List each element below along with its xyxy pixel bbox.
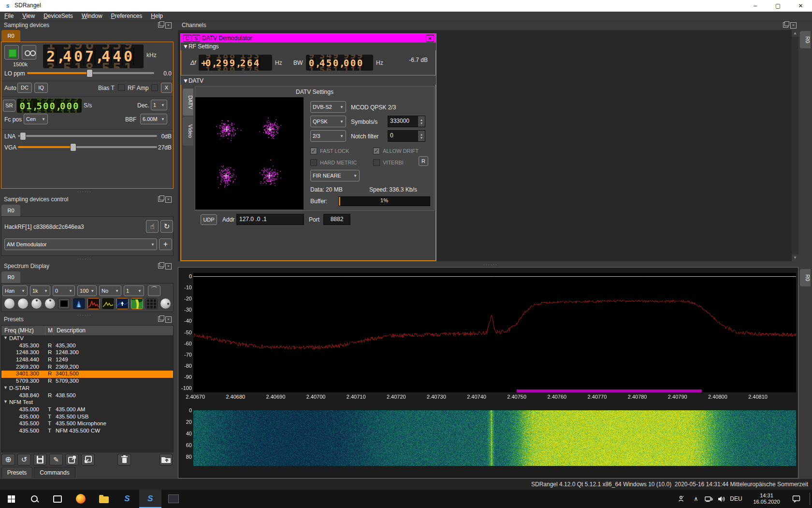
preset-edit-button[interactable]: ✎	[49, 454, 63, 465]
people-tray-icon[interactable]	[675, 490, 688, 508]
bbf-select[interactable]: 6.00M▼	[140, 114, 167, 124]
viterbi-checkbox[interactable]	[373, 159, 380, 166]
preset-import-button[interactable]	[81, 454, 95, 465]
preset-load-button[interactable]	[160, 454, 173, 465]
preset-row[interactable]: 1248.440R1249	[1, 357, 173, 364]
preset-row[interactable]: 5709.300R5709,300	[1, 378, 173, 385]
port-input[interactable]: 8882	[323, 214, 350, 225]
preset-export-button[interactable]	[65, 454, 79, 465]
symbols-spinbox[interactable]: 333000 ▲▼	[388, 116, 425, 127]
waterfall-view-button[interactable]	[131, 298, 143, 309]
taskbar-app-blue[interactable]: S	[116, 490, 138, 508]
spin-arrows-icon[interactable]: ▲▼	[418, 131, 425, 141]
start-button[interactable]	[0, 490, 22, 508]
undock-icon[interactable]	[158, 196, 163, 202]
center-frequency-dial[interactable]: 2,407,440	[43, 45, 144, 68]
dial-digit[interactable]: 0	[73, 48, 84, 65]
waterfall-display[interactable]	[193, 410, 796, 466]
keyboard-language[interactable]: DEU	[728, 490, 744, 508]
dial-digit[interactable]: 2	[45, 48, 57, 65]
lo-ppm-slider-thumb[interactable]	[87, 69, 93, 77]
preset-row[interactable]: 438.840R438.500	[1, 392, 173, 400]
menu-item-devicesets[interactable]: DeviceSets	[39, 12, 77, 20]
dial-digit[interactable]: 9	[222, 58, 229, 68]
col-mode[interactable]: M	[48, 327, 53, 334]
dial-digit[interactable]: 4	[62, 48, 73, 65]
dial-digit[interactable]: 0	[60, 101, 67, 111]
spectrum-setting-select-3[interactable]: 100▼	[77, 285, 97, 296]
dial-digit[interactable]: 0	[357, 58, 363, 68]
dial-digit[interactable]: 2	[240, 58, 246, 68]
bias-t-checkbox[interactable]	[118, 84, 125, 91]
color-scheme-button[interactable]	[58, 298, 70, 309]
channels-tab-r0[interactable]: R0	[800, 31, 811, 48]
sample-rate-dial[interactable]: 01,500,000	[17, 99, 82, 113]
preset-row[interactable]: 435.500TNFM 435.500 CW	[1, 428, 173, 435]
dial-digit[interactable]: 4	[319, 58, 326, 68]
ref-level-knob[interactable]	[4, 299, 14, 309]
dial-digit[interactable]: 5	[326, 58, 333, 68]
dial-digit[interactable]: 0	[123, 48, 134, 65]
col-freq[interactable]: Freq (MHz)	[4, 327, 34, 334]
channels-scrollbar[interactable]: ▲ ▼	[792, 30, 798, 261]
taskbar-firefox[interactable]	[70, 490, 92, 508]
spectrum-setting-select-4[interactable]: No▼	[99, 285, 121, 296]
lo-ppm-slider[interactable]	[27, 68, 154, 78]
close-button[interactable]: ✕	[789, 0, 812, 12]
vga-slider[interactable]	[18, 142, 157, 152]
menu-item-file[interactable]: File	[0, 12, 18, 20]
preset-save-button[interactable]	[33, 454, 47, 465]
range-knob[interactable]	[18, 299, 28, 309]
close-panel-icon[interactable]: ×	[790, 22, 797, 29]
channel-frequency-marker[interactable]	[517, 389, 701, 392]
iq-button[interactable]: IQ	[34, 83, 48, 93]
scroll-up-icon[interactable]: ▲	[792, 30, 798, 37]
undock-icon[interactable]	[783, 22, 788, 28]
taskbar-explorer[interactable]	[93, 490, 115, 508]
video-tab[interactable]: Video	[183, 117, 193, 146]
taskbar-sdrangel-active[interactable]: S	[139, 490, 161, 508]
dial-digit[interactable]: 0	[308, 58, 315, 68]
grid-intensity-button[interactable]	[73, 298, 85, 309]
channel-settings-button[interactable]: S	[192, 35, 200, 42]
scroll-down-icon[interactable]: ▼	[792, 254, 798, 261]
preset-group-row[interactable]: ▼D-STAR	[1, 385, 173, 392]
show-desktop-strip[interactable]	[810, 493, 810, 505]
preset-new-button[interactable]: ⊕	[1, 454, 15, 465]
tab-commands[interactable]: Commands	[34, 467, 75, 478]
volume-tray-icon[interactable]	[714, 490, 728, 508]
preset-row[interactable]: 2369.200R2369,200	[1, 364, 173, 371]
preset-row[interactable]: 435.500T435.500 Microphone	[1, 420, 173, 428]
bw-dial[interactable]: 0,450,000	[306, 55, 373, 71]
dial-digit[interactable]: 7	[84, 48, 95, 65]
record-button[interactable]	[22, 45, 36, 60]
notch-spinbox[interactable]: 0 ▲▼	[388, 130, 425, 142]
spectrum-display-tab-r0[interactable]: R0	[1, 271, 20, 283]
preset-row[interactable]: 435.300R435,300	[1, 343, 173, 350]
udp-button[interactable]: UDP	[201, 214, 217, 225]
sampling-device-tab-r0[interactable]: R0	[1, 30, 20, 42]
decimation-select[interactable]: 1▼	[151, 100, 167, 110]
col-description[interactable]: Description	[57, 327, 86, 334]
dial-digit[interactable]: 0	[43, 101, 50, 111]
spectrum-setting-select-5[interactable]: 1▼	[124, 285, 144, 296]
fft-knob[interactable]	[160, 299, 171, 309]
channel-type-select[interactable]: AM Demodulator▼	[4, 239, 157, 250]
datv-tab[interactable]: DATV	[183, 89, 193, 116]
menu-item-window[interactable]: Window	[77, 12, 107, 20]
dial-digit[interactable]: 0	[333, 58, 339, 68]
menu-item-preferences[interactable]: Preferences	[107, 12, 147, 20]
taskbar-app-dark[interactable]	[162, 490, 185, 508]
device-control-tab-r0[interactable]: R0	[1, 205, 20, 216]
spectrum-plot[interactable]	[193, 273, 796, 392]
standard-select[interactable]: DVB-S2▼	[310, 101, 346, 113]
preset-row[interactable]: 435.000T435.500 USB	[1, 414, 173, 421]
preset-update-button[interactable]: ↺	[17, 454, 31, 465]
dial-digit[interactable]: 0	[66, 101, 73, 111]
spectrum-setting-select-2[interactable]: 0▼	[53, 285, 75, 296]
preset-delete-button[interactable]	[117, 454, 131, 465]
triangle-down-icon[interactable]: ▼	[3, 399, 8, 404]
preset-group-row[interactable]: ▼NFM Test	[1, 399, 173, 406]
dial-digit[interactable]: 4	[101, 48, 112, 65]
spectrum-view-button[interactable]	[116, 298, 129, 309]
